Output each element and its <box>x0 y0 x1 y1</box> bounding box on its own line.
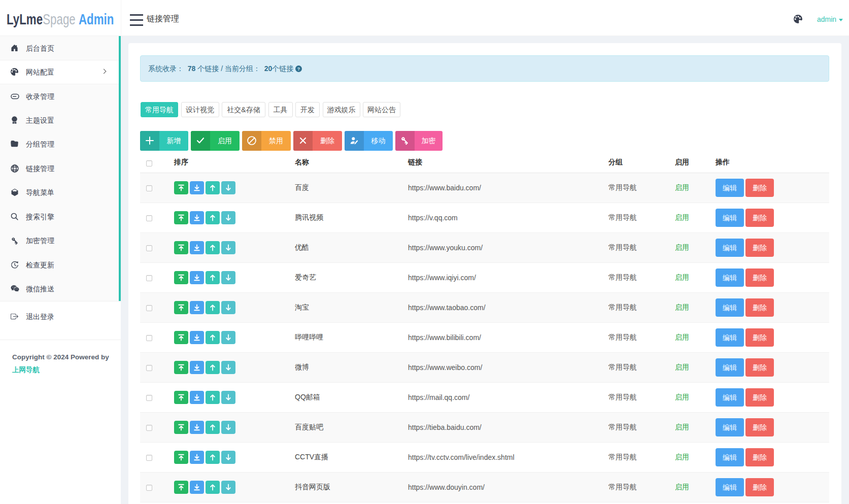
svg-text:?: ? <box>297 66 300 72</box>
